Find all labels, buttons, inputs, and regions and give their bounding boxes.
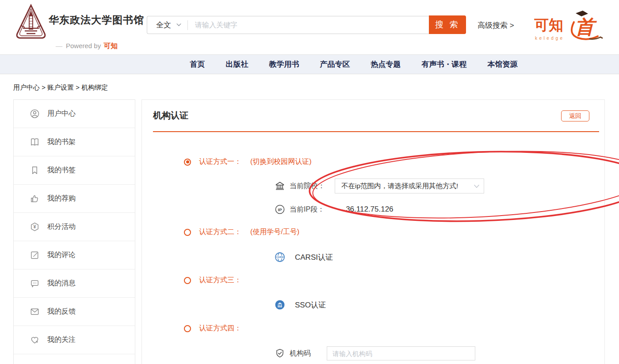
org-code-input[interactable]: [327, 346, 475, 360]
powered-brand: 可知: [103, 42, 118, 49]
svg-text:CARSI: CARSI: [276, 256, 284, 258]
auth-method-4-radio[interactable]: [184, 325, 191, 332]
bookmark-icon: [30, 165, 40, 175]
nav-item-hot-topics[interactable]: 热点专题: [371, 59, 401, 69]
sso-auth-row[interactable]: SSO认证: [275, 300, 326, 310]
sso-icon: [275, 300, 285, 310]
carsi-auth-label: CARSI认证: [295, 252, 333, 262]
panel-title: 机构认证: [153, 110, 188, 121]
points-icon: ¥: [30, 222, 40, 232]
title-divider: [153, 131, 599, 132]
sso-auth-label: SSO认证: [295, 300, 326, 310]
bank-icon: [275, 181, 285, 191]
site-title: 华东政法大学图书馆: [49, 13, 144, 27]
nav-item-audiobooks-courses[interactable]: 有声书・课程: [422, 59, 467, 69]
user-icon: [30, 109, 40, 119]
follow-heart-icon: [30, 335, 40, 345]
thumbs-up-icon: [30, 193, 40, 204]
current-school-label: 当前院校：: [290, 182, 325, 191]
search-bar: 全文: [147, 16, 430, 34]
sidebar-item-my-bookshelf[interactable]: 我的书架: [14, 128, 135, 156]
sidebar-label: 我的书签: [47, 166, 76, 175]
feedback-icon: [30, 307, 40, 317]
sidebar-item-my-recommendations[interactable]: 我的荐购: [14, 185, 135, 213]
auth-method-3-row: 认证方式三：: [184, 276, 241, 285]
auth-method-1-row: 认证方式一： (切换到校园网认证): [184, 157, 312, 167]
school-select[interactable]: 不在ip范围内，请选择或采用其他方式!: [335, 178, 484, 193]
auth-method-2-note: (使用学号/工号): [250, 228, 299, 237]
auth-method-1-radio[interactable]: [184, 159, 191, 166]
institution-auth-panel: 机构认证 返回 认证方式一： (切换到校园网认证) 当前院校： 不在ip范围内，…: [141, 99, 605, 364]
search-scope-dropdown[interactable]: 全文: [147, 20, 187, 30]
breadcrumb: 用户中心 > 账户设置 > 机构绑定: [13, 83, 619, 92]
sidebar-label: 用户中心: [47, 109, 76, 118]
school-select-value: 不在ip范围内，请选择或采用其他方式!: [341, 182, 458, 191]
svg-text:¥: ¥: [34, 224, 36, 229]
search-divider: [187, 20, 188, 30]
nav-item-product-zone[interactable]: 产品专区: [320, 59, 350, 69]
chevron-down-icon: [176, 23, 181, 27]
nav-item-home[interactable]: 首页: [190, 59, 205, 69]
search-button[interactable]: 搜 索: [429, 15, 466, 34]
ip-badge-icon: IP: [275, 204, 285, 215]
sidebar-item-user-center[interactable]: 用户中心: [14, 100, 135, 128]
current-ip-row: IP 当前IP段： 36.112.75.126: [275, 204, 394, 215]
search-scope-label: 全文: [156, 20, 171, 30]
comment-icon: [30, 250, 40, 260]
sidebar-item-my-bookmarks[interactable]: 我的书签: [14, 156, 135, 185]
auth-method-3-label: 认证方式三：: [199, 276, 241, 285]
chevron-down-icon: [474, 185, 479, 188]
nav-item-library-resources[interactable]: 本馆资源: [488, 59, 518, 69]
auth-method-2-radio[interactable]: [184, 229, 191, 236]
svg-text:首: 首: [575, 16, 597, 38]
sidebar-item-my-comments[interactable]: 我的评论: [14, 241, 135, 269]
auth-method-1-note[interactable]: (切换到校园网认证): [250, 157, 312, 167]
sidebar-label: 积分活动: [47, 222, 76, 231]
svg-text:IP: IP: [278, 207, 283, 212]
auth-method-2-row: 认证方式二： (使用学号/工号): [184, 228, 299, 237]
sidebar-label: 我的荐购: [47, 194, 76, 203]
sidebar-label: 我的评论: [47, 250, 76, 260]
keledge-logo-text: 可知: [534, 17, 563, 33]
sidebar-label: 我的消息: [47, 279, 76, 288]
sidebar-label: 我的反馈: [47, 307, 76, 316]
sidebar-item-points-activity[interactable]: ¥ 积分活动: [14, 213, 135, 241]
auth-method-4-label: 认证方式四：: [199, 324, 241, 333]
message-icon: [30, 278, 40, 288]
nav-item-publishers[interactable]: 出版社: [226, 59, 248, 69]
advanced-search-link[interactable]: 高级搜索 >: [478, 20, 514, 30]
powered-dash: —: [56, 42, 62, 49]
keledge-logo: 可知 首 keledge: [533, 7, 603, 47]
powered-by: —Powered by可知: [56, 42, 118, 51]
university-emblem-logo: [15, 4, 47, 42]
org-code-row: 机构码: [275, 346, 475, 360]
auth-method-4-row: 认证方式四：: [184, 324, 241, 333]
sidebar-item-my-feedback[interactable]: 我的反馈: [14, 298, 135, 326]
shield-check-icon: [275, 348, 285, 359]
carsi-auth-row[interactable]: CARSI CARSI认证: [275, 252, 333, 262]
main-nav: 首页 出版社 教学用书 产品专区 热点专题 有声书・课程 本馆资源: [0, 54, 619, 74]
sidebar-label: 我的书架: [47, 137, 76, 147]
back-button[interactable]: 返回: [561, 110, 589, 121]
org-code-label: 机构码: [290, 349, 311, 358]
sidebar-item-my-follows[interactable]: 我的关注: [14, 326, 135, 354]
nav-item-textbooks[interactable]: 教学用书: [269, 59, 299, 69]
powered-text: Powered by: [66, 42, 101, 49]
bookshelf-icon: [30, 137, 40, 147]
sidebar-label: 我的关注: [47, 335, 76, 345]
carsi-icon: CARSI: [275, 252, 285, 262]
page-header: 华东政法大学图书馆 —Powered by可知 全文 搜 索 高级搜索 > 可知…: [0, 0, 619, 54]
svg-text:keledge: keledge: [535, 36, 565, 41]
sidebar: 用户中心 我的书架 我的书签 我的荐购 ¥: [13, 99, 135, 364]
sidebar-item-my-messages[interactable]: 我的消息: [14, 269, 135, 298]
current-ip-value: 36.112.75.126: [346, 205, 393, 214]
auth-method-3-radio[interactable]: [184, 277, 191, 284]
auth-method-1-label: 认证方式一：: [199, 157, 241, 167]
current-school-row: 当前院校： 不在ip范围内，请选择或采用其他方式!: [275, 178, 484, 193]
search-input[interactable]: [195, 21, 430, 29]
current-ip-label: 当前IP段：: [290, 205, 325, 214]
auth-method-2-label: 认证方式二：: [199, 228, 241, 237]
